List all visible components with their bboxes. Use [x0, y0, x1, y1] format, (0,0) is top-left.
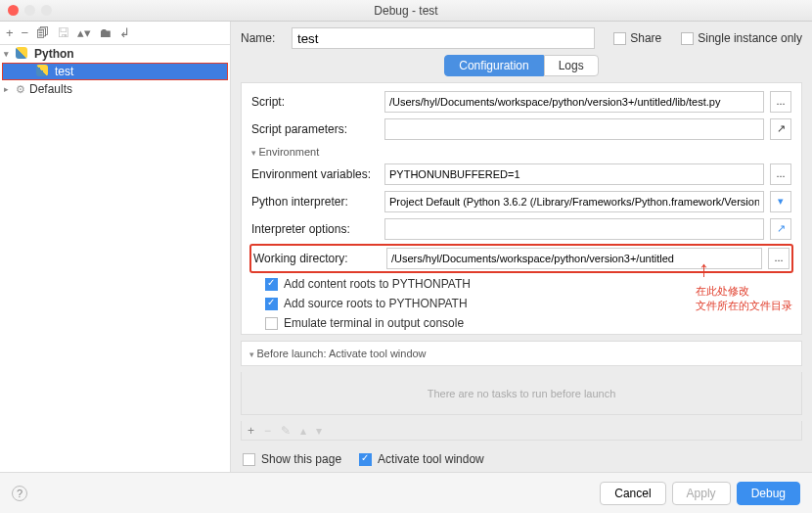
- folder-icon[interactable]: 🖿: [99, 25, 112, 40]
- save-icon[interactable]: 🖫: [57, 25, 69, 40]
- show-this-page-label: Show this page: [261, 452, 341, 466]
- collapse-icon[interactable]: ↲: [119, 25, 130, 40]
- before-launch-toolbar: + − ✎ ▴ ▾: [241, 421, 802, 441]
- sidebar: + − 🗐 🖫 ▴▾ 🖿 ↲ ▾Python test ▸Defaults: [0, 22, 231, 472]
- annotation-text: 在此处修改 文件所在的文件目录: [696, 284, 792, 313]
- single-instance-checkbox[interactable]: [681, 32, 694, 45]
- bl-remove-icon: −: [264, 424, 271, 438]
- add-content-roots-checkbox[interactable]: [265, 278, 278, 291]
- tab-configuration[interactable]: Configuration: [444, 55, 543, 76]
- python-icon: [16, 47, 29, 61]
- script-browse-button[interactable]: ...: [770, 91, 791, 113]
- help-icon[interactable]: ?: [12, 486, 27, 501]
- name-input[interactable]: [292, 27, 595, 49]
- bl-up-icon: ▴: [300, 424, 306, 438]
- activate-tool-window-label: Activate tool window: [378, 452, 484, 466]
- cancel-button[interactable]: Cancel: [600, 482, 665, 505]
- workdir-browse-button[interactable]: ...: [768, 248, 789, 269]
- window-title: Debug - test: [0, 4, 812, 18]
- config-tree: ▾Python test ▸Defaults: [0, 45, 230, 472]
- footer: ? Cancel Apply Debug: [0, 472, 812, 513]
- add-content-roots-label: Add content roots to PYTHONPATH: [284, 277, 471, 291]
- tree-item-defaults[interactable]: ▸Defaults: [0, 80, 230, 98]
- apply-button[interactable]: Apply: [672, 482, 731, 505]
- content-area: Name: Share Single instance only Configu…: [231, 22, 812, 472]
- interpopts-input[interactable]: [384, 218, 764, 240]
- script-params-expand-button[interactable]: ↗: [770, 118, 791, 140]
- activate-tool-window-checkbox[interactable]: [359, 453, 372, 466]
- tab-logs[interactable]: Logs: [544, 55, 599, 76]
- working-dir-highlight: Working directory: ...: [249, 244, 793, 273]
- interpopts-expand-button[interactable]: ↗: [770, 218, 791, 240]
- envvars-label: Environment variables:: [251, 167, 379, 181]
- tree-item-test[interactable]: test: [2, 63, 228, 80]
- bl-edit-icon: ✎: [281, 424, 291, 438]
- interpreter-dropdown-icon[interactable]: ▾: [770, 191, 791, 212]
- tabs: Configuration Logs: [241, 55, 802, 76]
- add-source-roots-label: Add source roots to PYTHONPATH: [284, 297, 468, 310]
- bl-down-icon: ▾: [316, 424, 322, 438]
- single-instance-label: Single instance only: [698, 31, 802, 45]
- before-launch-header[interactable]: Before launch: Activate tool window: [249, 348, 793, 359]
- bl-add-icon[interactable]: +: [248, 424, 254, 438]
- before-launch-tasks: There are no tasks to run before launch: [241, 372, 802, 415]
- tree-item-python[interactable]: ▾Python: [0, 45, 230, 63]
- share-checkbox[interactable]: [613, 32, 626, 45]
- remove-icon[interactable]: −: [22, 25, 29, 40]
- annotation-arrow-icon: ↑: [699, 256, 709, 282]
- up-down-icon[interactable]: ▴▾: [77, 25, 91, 40]
- script-input[interactable]: [384, 91, 764, 113]
- emulate-terminal-label: Emulate terminal in output console: [284, 316, 464, 330]
- envvars-browse-button[interactable]: ...: [770, 163, 791, 185]
- copy-icon[interactable]: 🗐: [36, 25, 49, 40]
- gear-icon: [16, 82, 27, 96]
- python-icon: [36, 65, 50, 78]
- before-launch-section: Before launch: Activate tool window: [241, 341, 802, 366]
- emulate-terminal-checkbox[interactable]: [265, 317, 278, 330]
- script-label: Script:: [251, 95, 379, 109]
- interpreter-select[interactable]: [384, 191, 764, 212]
- interpopts-label: Interpreter options:: [251, 222, 379, 236]
- sidebar-toolbar: + − 🗐 🖫 ▴▾ 🖿 ↲: [0, 22, 230, 45]
- interpreter-label: Python interpreter:: [251, 195, 379, 209]
- envvars-input[interactable]: [384, 163, 764, 185]
- environment-section[interactable]: Environment: [251, 146, 791, 158]
- debug-button[interactable]: Debug: [737, 482, 800, 505]
- add-source-roots-checkbox[interactable]: [265, 298, 278, 310]
- name-label: Name:: [241, 31, 284, 45]
- add-icon[interactable]: +: [6, 25, 14, 40]
- titlebar: Debug - test: [0, 0, 812, 22]
- script-params-label: Script parameters:: [251, 122, 379, 136]
- show-this-page-checkbox[interactable]: [243, 453, 255, 466]
- script-params-input[interactable]: [384, 118, 764, 140]
- share-label: Share: [630, 31, 661, 45]
- workdir-label: Working directory:: [253, 252, 381, 265]
